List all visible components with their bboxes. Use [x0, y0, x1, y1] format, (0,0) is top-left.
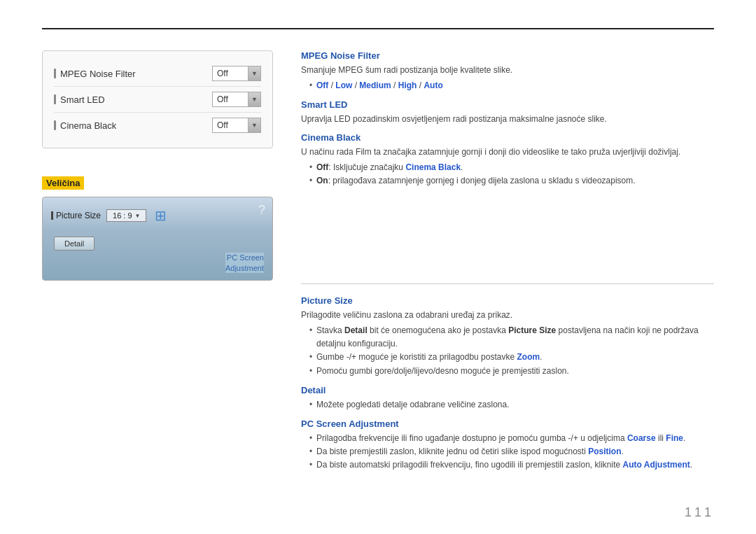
position-link: Position — [588, 447, 621, 456]
detail-heading: Detail — [301, 385, 714, 395]
question-mark-icon: ? — [258, 203, 265, 218]
cinema-black-dropdown[interactable]: Off — [212, 118, 248, 133]
cinema-black-text: U načinu rada Film ta značajka zatamnjuj… — [301, 146, 714, 158]
picture-size-move-item: Pomoću gumbi gore/dolje/lijevo/desno mog… — [309, 365, 714, 378]
mpeg-options-medium: Medium — [359, 80, 391, 90]
mpeg-options-auto: Auto — [424, 80, 442, 90]
cinema-black-item2: On: prilagođava zatamnjenje gornjeg i do… — [309, 174, 714, 188]
cinema-black-item1: Off: Isključuje značajku Cinema Black. — [309, 161, 714, 174]
smart-led-text: Upravlja LED pozadinskim osvjetljenjem r… — [301, 113, 714, 125]
page-number: 111 — [685, 505, 714, 520]
mpeg-options-item: Off / Low / Medium / High / Auto — [309, 79, 714, 92]
mpeg-text: Smanjuje MPEG šum radi postizanja bolje … — [301, 64, 714, 76]
mpeg-noise-filter-row: MPEG Noise Filter Off ▼ — [54, 61, 261, 87]
detail-text-item: Možete pogledati detalje odabrane veliči… — [309, 398, 714, 412]
picture-size-heading: Picture Size — [301, 295, 714, 306]
top-divider — [42, 28, 714, 29]
cinema-black-arrow[interactable]: ▼ — [248, 118, 261, 133]
cinema-black-label: Cinema Black — [54, 120, 116, 131]
cinema-black-heading: Cinema Black — [301, 132, 714, 143]
picture-size-dropdown[interactable]: 16 : 9 ▼ — [106, 209, 146, 222]
mpeg-options-list: Off / Low / Medium / High / Auto — [301, 79, 714, 92]
mpeg-heading: MPEG Noise Filter — [301, 50, 714, 61]
pc-bullet1: Prilagodba frekvencije ili fino ugađanje… — [309, 432, 714, 445]
velicina-label: Veličina — [42, 176, 84, 190]
auto-adjustment-link: Auto Adjustment — [623, 460, 690, 470]
left-panel: MPEG Noise Filter Off ▼ Smart LED Off — [42, 50, 273, 506]
cinema-black-control[interactable]: Off ▼ — [212, 118, 261, 133]
picture-size-row-label: Picture Size — [51, 211, 101, 220]
right-bottom: Picture Size Prilagodite veličinu zaslon… — [301, 295, 714, 506]
mpeg-noise-filter-arrow[interactable]: ▼ — [248, 66, 261, 81]
smart-led-label: Smart LED — [54, 94, 105, 105]
smart-led-arrow[interactable]: ▼ — [248, 92, 261, 107]
smart-led-row: Smart LED Off ▼ — [54, 87, 261, 113]
picture-size-zoom-item: Gumbe -/+ moguće je koristiti za prilago… — [309, 351, 714, 364]
mpeg-options-high: High — [398, 80, 417, 90]
mpeg-options-off: Off — [316, 80, 328, 90]
cinema-black-row: Cinema Black Off ▼ — [54, 113, 261, 138]
picture-size-text: Prilagodite veličinu zaslona za odabrani… — [301, 309, 714, 321]
smart-led-heading: Smart LED — [301, 99, 714, 110]
picture-size-arrow: ▼ — [135, 213, 141, 219]
mpeg-noise-filter-dropdown[interactable]: Off — [212, 66, 248, 81]
cinema-black-link: Cinema Black — [405, 162, 461, 172]
detail-button[interactable]: Detail — [54, 237, 94, 251]
settings-box: MPEG Noise Filter Off ▼ Smart LED Off — [42, 50, 273, 148]
picture-size-row: Picture Size 16 : 9 ▼ ⊞ — [51, 207, 264, 224]
picture-size-detail-item: Stavka Detail bit će onemogućena ako je … — [309, 324, 714, 351]
right-panel: MPEG Noise Filter Smanjuje MPEG šum radi… — [301, 50, 714, 506]
smart-led-dropdown[interactable]: Off — [212, 92, 248, 107]
pc-screen-button[interactable]: PC Screen Adjustment — [225, 253, 264, 273]
right-top: MPEG Noise Filter Smanjuje MPEG šum radi… — [301, 50, 714, 272]
mpeg-noise-filter-control[interactable]: Off ▼ — [212, 66, 261, 81]
section-divider — [301, 283, 714, 284]
mpeg-options-low: Low — [335, 80, 352, 90]
pc-screen-heading: PC Screen Adjustment — [301, 419, 714, 429]
pc-screen-list: Prilagodba frekvencije ili fino ugađanje… — [301, 432, 714, 472]
detail-list: Možete pogledati detalje odabrane veliči… — [301, 398, 714, 412]
fine-link: Fine — [666, 433, 683, 443]
main-content: MPEG Noise Filter Off ▼ Smart LED Off — [42, 50, 714, 506]
pc-bullet3: Da biste automatski prilagodili frekvenc… — [309, 458, 714, 472]
pc-bullet2: Da biste premjestili zaslon, kliknite je… — [309, 445, 714, 458]
smart-led-control[interactable]: Off ▼ — [212, 92, 261, 107]
picture-box: ? Picture Size 16 : 9 ▼ ⊞ Detail PC Scre… — [42, 197, 273, 281]
detail-btn-container: Detail — [51, 230, 264, 251]
mpeg-noise-filter-label: MPEG Noise Filter — [54, 69, 136, 79]
velicina-section: Veličina ? Picture Size 16 : 9 ▼ ⊞ Detai… — [42, 176, 273, 281]
cinema-black-list: Off: Isključuje značajku Cinema Black. O… — [301, 161, 714, 188]
picture-size-list: Stavka Detail bit će onemogućena ako je … — [301, 324, 714, 378]
grid-icon[interactable]: ⊞ — [155, 207, 167, 224]
coarse-link: Coarse — [627, 433, 656, 443]
zoom-link: Zoom — [517, 352, 540, 362]
